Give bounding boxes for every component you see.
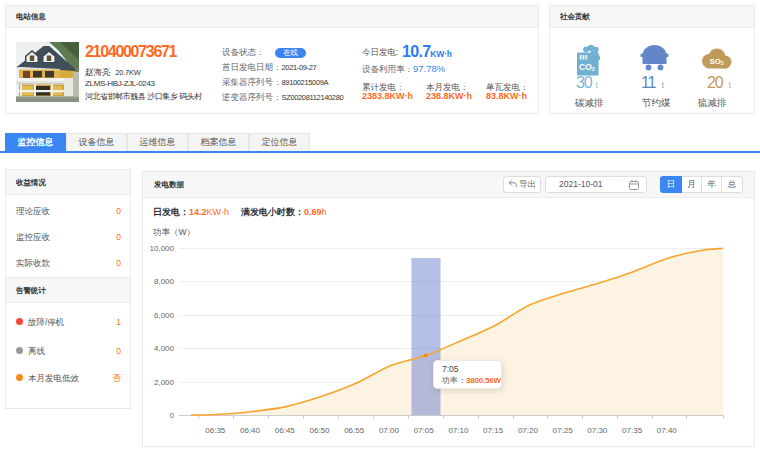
svg-text:07:00: 07:00 [379, 426, 400, 435]
svg-text:0: 0 [170, 411, 175, 420]
svg-text:07:25: 07:25 [553, 426, 574, 435]
svg-text:06:40: 06:40 [240, 426, 261, 435]
svg-text:06:35: 06:35 [205, 426, 226, 435]
svg-text:6,000: 6,000 [154, 311, 175, 320]
svg-text:2,000: 2,000 [154, 378, 175, 387]
svg-text:10,000: 10,000 [150, 244, 175, 253]
svg-text:07:15: 07:15 [483, 426, 504, 435]
svg-text:06:55: 06:55 [344, 426, 365, 435]
svg-text:07:35: 07:35 [622, 426, 643, 435]
svg-text:07:40: 07:40 [657, 426, 678, 435]
svg-text:07:05: 07:05 [414, 426, 435, 435]
svg-text:4,000: 4,000 [154, 344, 175, 353]
svg-text:07:20: 07:20 [518, 426, 539, 435]
svg-text:07:30: 07:30 [587, 426, 608, 435]
svg-text:06:45: 06:45 [275, 426, 296, 435]
svg-text:06:50: 06:50 [309, 426, 330, 435]
svg-text:8,000: 8,000 [154, 277, 175, 286]
svg-text:07:10: 07:10 [448, 426, 469, 435]
